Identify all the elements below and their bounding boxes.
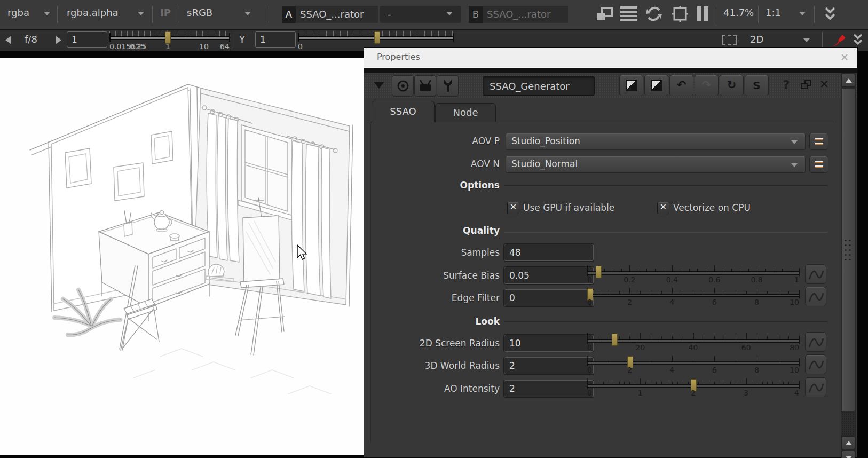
- layers-list-icon[interactable]: [620, 6, 637, 21]
- world-radius-curve-button[interactable]: [805, 354, 826, 374]
- help-button[interactable]: ?: [780, 78, 792, 91]
- room-sketch: [0, 58, 364, 455]
- center-node-button[interactable]: [392, 75, 414, 97]
- scroll-up-button-2[interactable]: [841, 436, 855, 449]
- chevron-down-icon[interactable]: [244, 12, 251, 15]
- target-icon: [395, 78, 411, 94]
- curve-icon: [806, 287, 826, 306]
- paintbrush-icon[interactable]: [831, 34, 847, 48]
- chevron-down-icon[interactable]: [138, 12, 144, 15]
- screen-radius-slider-handle[interactable]: [612, 334, 618, 346]
- redo-button[interactable]: ↷: [695, 75, 719, 96]
- gain-input[interactable]: [67, 31, 107, 48]
- pause-icon[interactable]: [697, 6, 709, 21]
- colorspace-select[interactable]: sRGB: [187, 7, 212, 18]
- samples-input[interactable]: [504, 244, 594, 261]
- node-name-input[interactable]: [483, 76, 595, 96]
- hide-inputs-button[interactable]: [414, 75, 436, 97]
- wrench-icon: [440, 78, 456, 94]
- collapse-bar-icon[interactable]: [851, 34, 865, 46]
- curve-icon: [806, 333, 826, 351]
- proxy-mode-select[interactable]: 1:1: [766, 7, 781, 18]
- screen-radius-slider[interactable]: 0 20 40 60 80: [587, 333, 799, 353]
- edge-filter-slider[interactable]: 0 2 4 6 8 10: [587, 288, 799, 308]
- ao-intensity-label: AO Intensity: [364, 383, 500, 394]
- scroll-up-button[interactable]: [841, 74, 855, 87]
- viewer-toolbar: rgba rgba.alpha IP sRGB A SSAO_...rator …: [0, 0, 868, 30]
- script-button[interactable]: S: [745, 75, 769, 96]
- alpha-channel-select[interactable]: rgba.alpha: [67, 7, 119, 18]
- equals-icon: [815, 138, 823, 140]
- arrow-up-icon: [846, 78, 852, 83]
- float-viewer-icon[interactable]: [597, 7, 615, 21]
- section-options: Options: [364, 180, 500, 191]
- chevron-down-icon[interactable]: [803, 38, 810, 42]
- b-buffer-value[interactable]: SSAO_...rator: [483, 6, 568, 23]
- channels-a-button[interactable]: [619, 75, 643, 96]
- monitor-icon: [417, 78, 433, 94]
- gamma-slider-handle[interactable]: [374, 31, 380, 44]
- float-panel-icon[interactable]: [801, 80, 812, 91]
- collapse-toolbar-icon[interactable]: [822, 7, 838, 22]
- tab-node[interactable]: Node: [435, 103, 496, 122]
- prev-arrow-icon[interactable]: [5, 36, 11, 44]
- aov-p-select[interactable]: Studio_Position: [506, 133, 806, 150]
- gamma-input[interactable]: [255, 31, 296, 48]
- fstop-label[interactable]: f/8: [25, 34, 37, 45]
- chevron-down-icon[interactable]: [799, 12, 806, 15]
- settings-button[interactable]: [437, 75, 459, 97]
- ao-intensity-curve-button[interactable]: [805, 377, 826, 397]
- chevron-down-icon[interactable]: [446, 12, 453, 15]
- world-radius-input[interactable]: [504, 357, 594, 374]
- expand-node-icon[interactable]: [374, 82, 384, 89]
- undo-button[interactable]: ↶: [669, 75, 693, 96]
- world-radius-slider[interactable]: 0 2 4 6 8 10: [587, 356, 799, 376]
- world-radius-label: 3D World Radius: [364, 360, 500, 371]
- frame-format-icon[interactable]: [672, 5, 689, 22]
- screen-radius-label: 2D Screen Radius: [364, 338, 500, 349]
- channels-b-button[interactable]: [644, 75, 668, 96]
- surface-bias-label: Surface Bias: [364, 270, 500, 281]
- surface-bias-slider[interactable]: 0 0.2 0.4 0.6 0.8 1: [587, 265, 799, 286]
- screen-radius-curve-button[interactable]: [805, 332, 826, 352]
- refresh-icon[interactable]: [645, 5, 663, 23]
- panel-close-icon[interactable]: ✕: [838, 51, 851, 64]
- next-arrow-icon[interactable]: [56, 36, 61, 44]
- surface-bias-curve-button[interactable]: [805, 264, 826, 284]
- properties-panel: Properties ✕: [364, 47, 858, 458]
- tab-ssao[interactable]: SSAO: [372, 101, 435, 122]
- panel-titlebar[interactable]: Properties ✕: [364, 48, 857, 68]
- aov-p-label: AOV P: [364, 136, 500, 146]
- layer-select[interactable]: rgba: [7, 7, 29, 18]
- aov-n-expression-button[interactable]: [809, 156, 828, 173]
- ao-intensity-input[interactable]: [504, 380, 594, 397]
- surface-bias-slider-handle[interactable]: [596, 266, 602, 278]
- scrollbar-thumb[interactable]: [841, 88, 855, 412]
- use-gpu-checkbox[interactable]: [507, 202, 519, 214]
- revert-button[interactable]: ↻: [720, 75, 744, 96]
- vectorize-cpu-checkbox[interactable]: [657, 202, 669, 214]
- edge-filter-input[interactable]: [504, 289, 594, 306]
- gamma-label[interactable]: Y: [239, 34, 245, 45]
- close-node-icon[interactable]: ✕: [818, 78, 831, 91]
- scroll-down-button[interactable]: [841, 451, 855, 458]
- panel-scrollbar[interactable]: [841, 73, 856, 457]
- zoom-level[interactable]: 41.7%: [723, 7, 756, 18]
- equals-icon: [815, 161, 823, 163]
- ip-toggle[interactable]: IP: [160, 7, 171, 18]
- section-quality: Quality: [364, 225, 500, 236]
- aov-p-expression-button[interactable]: [809, 133, 828, 150]
- panel-body: ↶ ↷ ↻ S ? ✕ SSAO Node AOV P Studio_Posit…: [364, 73, 857, 457]
- surface-bias-input[interactable]: [504, 267, 594, 284]
- chevron-down-icon[interactable]: [44, 12, 50, 15]
- gain-slider[interactable]: 0.015625 0.25 1 10 64: [109, 30, 230, 50]
- roi-icon[interactable]: [722, 35, 737, 45]
- chevron-down-icon: [791, 163, 798, 167]
- wipe-mode-select[interactable]: 2D: [750, 34, 763, 45]
- ao-intensity-slider[interactable]: 0 1 2 3 4: [587, 378, 799, 399]
- aov-n-select[interactable]: Studio_Normal: [506, 156, 806, 173]
- scrollbar-grip: [843, 238, 853, 263]
- a-buffer-value[interactable]: SSAO_...rator: [296, 6, 378, 23]
- screen-radius-input[interactable]: [504, 335, 594, 352]
- edge-filter-curve-button[interactable]: [805, 287, 826, 306]
